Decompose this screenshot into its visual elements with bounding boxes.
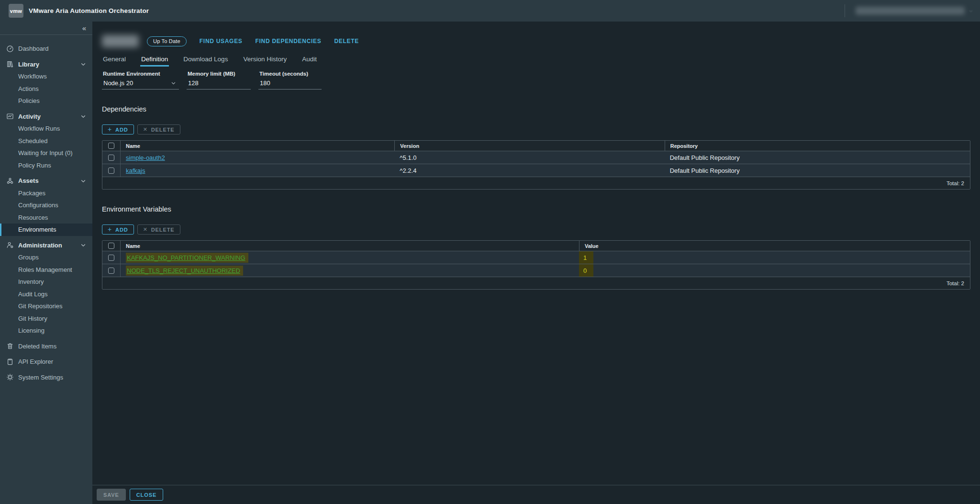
tab-definition[interactable]: Definition: [140, 55, 169, 67]
table-header-row: NameVersionRepository: [102, 141, 970, 151]
sidebar-item-roles-management[interactable]: Roles Management: [0, 264, 92, 276]
sidebar-item-label: Policies: [18, 97, 40, 104]
select-all-checkbox[interactable]: [108, 143, 114, 149]
tab-bar: GeneralDefinitionDownload LogsVersion Hi…: [102, 55, 970, 67]
row-checkbox[interactable]: [108, 168, 114, 174]
row-checkbox[interactable]: [108, 155, 114, 161]
app-title: VMware Aria Automation Orchestrator: [29, 7, 149, 14]
environment-variable-link[interactable]: KAFKAJS_NO_PARTITIONER_WARNING: [126, 253, 248, 263]
sidebar-item-git-history[interactable]: Git History: [0, 313, 92, 325]
sidebar-item-label: Library: [18, 61, 39, 68]
dependencies-add-button[interactable]: + ADD: [102, 124, 134, 134]
sidebar-item-assets[interactable]: Assets: [0, 175, 92, 187]
main-panel: Up To Date FIND USAGES FIND DEPENDENCIES…: [92, 22, 980, 504]
select-all-checkbox[interactable]: [108, 243, 114, 249]
dependencies-delete-button[interactable]: ✕ DELETE: [137, 124, 180, 134]
sidebar-item-groups[interactable]: Groups: [0, 251, 92, 264]
sidebar-item-label: Scheduled: [18, 137, 47, 145]
sidebar-item-label: Resources: [18, 214, 48, 221]
user-menu-chevron-down-icon[interactable]: [969, 9, 973, 13]
sidebar-item-administration[interactable]: Administration: [0, 239, 92, 252]
cell-name: simple-oauth2: [120, 151, 394, 164]
definition-form: Runtime Environment Node.js 20 Memory li…: [102, 71, 970, 90]
sidebar-item-label: Policy Runs: [18, 162, 51, 169]
sidebar-item-dashboard[interactable]: Dashboard: [0, 43, 92, 55]
delete-button-label: DELETE: [151, 227, 175, 233]
save-button[interactable]: SAVE: [97, 489, 126, 501]
sidebar-nav: DashboardLibraryWorkflowsActionsPolicies…: [0, 35, 92, 383]
tab-download-logs[interactable]: Download Logs: [182, 55, 229, 67]
sidebar-item-label: Assets: [18, 177, 39, 184]
sidebar-item-workflow-runs[interactable]: Workflow Runs: [0, 123, 92, 135]
sidebar-item-activity[interactable]: Activity: [0, 111, 92, 123]
sidebar-item-packages[interactable]: Packages: [0, 187, 92, 200]
table-footer-row: Total: 2: [102, 277, 970, 289]
dashboard-icon: [6, 45, 14, 53]
sidebar-item-configurations[interactable]: Configurations: [0, 199, 92, 212]
chevron-down-icon: [80, 61, 86, 67]
dependency-link[interactable]: kafkajs: [126, 167, 145, 174]
sidebar-item-environments[interactable]: Environments: [0, 224, 92, 236]
tab-general[interactable]: General: [102, 55, 127, 67]
cell-value: 1: [579, 251, 970, 264]
sidebar-item-waiting-for-input-0[interactable]: Waiting for Input (0): [0, 147, 92, 159]
table-row: simple-oauth2^5.1.0Default Public Reposi…: [102, 151, 970, 164]
find-usages-button[interactable]: FIND USAGES: [200, 38, 243, 45]
tab-audit[interactable]: Audit: [301, 55, 318, 67]
sidebar-item-scheduled[interactable]: Scheduled: [0, 135, 92, 147]
row-checkbox-cell: [102, 164, 120, 177]
cell-value: 0: [579, 264, 970, 277]
sidebar-collapse-button[interactable]: «: [0, 22, 92, 35]
sidebar-item-label: Workflow Runs: [18, 125, 60, 132]
sidebar-item-policies[interactable]: Policies: [0, 95, 92, 107]
sidebar-item-workflows[interactable]: Workflows: [0, 70, 92, 83]
sidebar-item-label: Packages: [18, 190, 45, 197]
row-checkbox[interactable]: [108, 255, 114, 261]
sidebar-item-system-settings[interactable]: System Settings: [0, 371, 92, 384]
timeout-label: Timeout (seconds): [258, 71, 322, 77]
sidebar-item-label: Actions: [18, 85, 39, 92]
close-button[interactable]: CLOSE: [130, 489, 163, 501]
find-dependencies-button[interactable]: FIND DEPENDENCIES: [256, 38, 322, 45]
sidebar-item-git-repositories[interactable]: Git Repositories: [0, 300, 92, 313]
sidebar-item-label: Inventory: [18, 278, 44, 285]
sidebar-item-resources[interactable]: Resources: [0, 212, 92, 224]
environment-variables-delete-button[interactable]: ✕ DELETE: [137, 224, 180, 235]
sidebar-item-api-explorer[interactable]: API Explorer: [0, 356, 92, 368]
memory-limit-input[interactable]: 128: [187, 78, 251, 90]
runtime-environment-select[interactable]: Node.js 20: [102, 78, 179, 90]
footer-action-bar: SAVE CLOSE: [92, 485, 980, 504]
sidebar-item-library[interactable]: Library: [0, 58, 92, 71]
environment-variable-link[interactable]: NODE_TLS_REJECT_UNAUTHORIZED: [126, 266, 243, 276]
sidebar-item-label: Activity: [18, 113, 41, 120]
sidebar-item-inventory[interactable]: Inventory: [0, 276, 92, 288]
chevron-down-icon: [80, 242, 86, 248]
sidebar-item-actions[interactable]: Actions: [0, 83, 92, 95]
environment-variables-add-button[interactable]: + ADD: [102, 224, 134, 235]
timeout-input[interactable]: 180: [258, 78, 322, 90]
sidebar-item-label: Dashboard: [18, 45, 49, 52]
tab-version-history[interactable]: Version History: [242, 55, 288, 67]
env-var-value-highlight: 0: [579, 264, 593, 277]
sidebar-item-label: Deleted Items: [18, 343, 56, 350]
sidebar-item-policy-runs[interactable]: Policy Runs: [0, 159, 92, 172]
gear-icon: [6, 373, 14, 381]
topbar-divider: [845, 4, 845, 17]
column-header-name: Name: [120, 241, 579, 251]
item-header-row: Up To Date FIND USAGES FIND DEPENDENCIES…: [102, 34, 970, 48]
api-explorer-icon: [6, 358, 14, 366]
runtime-environment-value: Node.js 20: [103, 79, 133, 87]
sidebar-item-audit-logs[interactable]: Audit Logs: [0, 288, 92, 301]
cell-version: ^5.1.0: [394, 151, 664, 164]
plus-icon: +: [108, 225, 112, 233]
delete-button[interactable]: DELETE: [334, 38, 359, 45]
user-menu-redacted[interactable]: [856, 7, 965, 15]
sidebar-item-licensing[interactable]: Licensing: [0, 325, 92, 337]
runtime-environment-label: Runtime Environment: [102, 71, 179, 77]
row-checkbox[interactable]: [108, 268, 114, 274]
dependencies-toolbar: + ADD ✕ DELETE: [102, 124, 970, 134]
memory-limit-value: 128: [188, 79, 199, 87]
sidebar-item-deleted-items[interactable]: Deleted Items: [0, 340, 92, 353]
timeout-field: Timeout (seconds) 180: [258, 71, 322, 90]
dependency-link[interactable]: simple-oauth2: [126, 154, 165, 161]
